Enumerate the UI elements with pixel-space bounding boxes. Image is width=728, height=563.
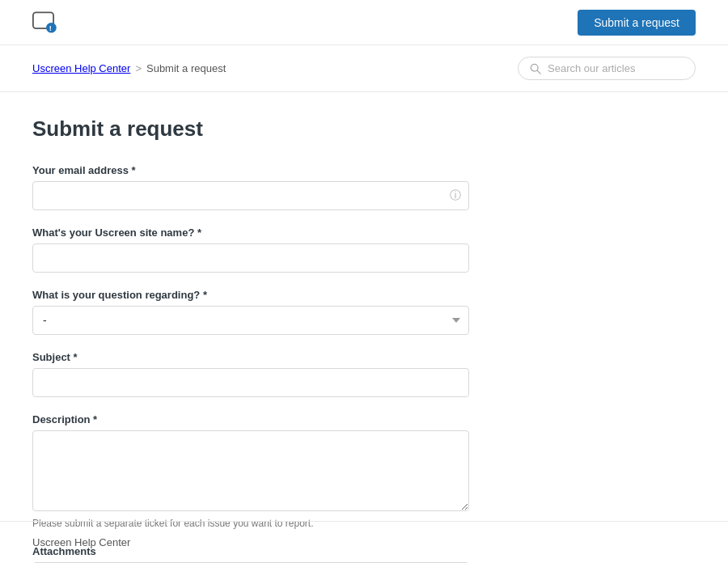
svg-line-4 bbox=[537, 70, 540, 74]
email-field-group: Your email address * ⓘ bbox=[32, 164, 469, 210]
email-input-wrapper: ⓘ bbox=[32, 181, 469, 210]
breadcrumb-home-link[interactable]: Uscreen Help Center bbox=[32, 62, 130, 74]
page-footer: Uscreen Help Center bbox=[0, 521, 728, 563]
breadcrumb-separator: > bbox=[135, 62, 142, 74]
breadcrumb: Uscreen Help Center > Submit a request bbox=[32, 62, 226, 74]
subject-input[interactable] bbox=[32, 368, 469, 397]
subheader: Uscreen Help Center > Submit a request bbox=[0, 45, 728, 92]
submit-request-form: Your email address * ⓘ What's your Uscre… bbox=[32, 164, 469, 563]
logo-icon: ! bbox=[32, 11, 61, 34]
search-input[interactable] bbox=[548, 62, 684, 74]
search-bar bbox=[518, 57, 696, 80]
site-name-field-group: What's your Uscreen site name? * bbox=[32, 226, 469, 273]
subject-field-group: Subject * bbox=[32, 351, 469, 397]
logo[interactable]: ! bbox=[32, 11, 61, 34]
page-header: ! Submit a request bbox=[0, 0, 728, 45]
site-name-label: What's your Uscreen site name? * bbox=[32, 226, 469, 239]
question-select[interactable]: - Billing Technical Issue Account Other bbox=[32, 306, 469, 335]
description-textarea[interactable] bbox=[32, 430, 469, 511]
main-content: Submit a request Your email address * ⓘ … bbox=[0, 92, 502, 563]
svg-text:!: ! bbox=[49, 23, 52, 32]
site-name-input[interactable] bbox=[32, 243, 469, 273]
subject-label: Subject * bbox=[32, 351, 469, 363]
email-label: Your email address * bbox=[32, 164, 469, 176]
info-icon[interactable]: ⓘ bbox=[450, 188, 461, 203]
question-field-group: What is your question regarding? * - Bil… bbox=[32, 289, 469, 335]
breadcrumb-current: Submit a request bbox=[146, 62, 226, 74]
header-submit-request-button[interactable]: Submit a request bbox=[578, 10, 696, 36]
footer-label: Uscreen Help Center bbox=[32, 536, 130, 548]
question-label: What is your question regarding? * bbox=[32, 289, 469, 301]
description-field-group: Description * Please submit a separate t… bbox=[32, 413, 469, 529]
search-icon bbox=[530, 63, 541, 74]
email-input[interactable] bbox=[32, 181, 469, 210]
page-title: Submit a request bbox=[32, 116, 469, 142]
description-label: Description * bbox=[32, 413, 469, 425]
